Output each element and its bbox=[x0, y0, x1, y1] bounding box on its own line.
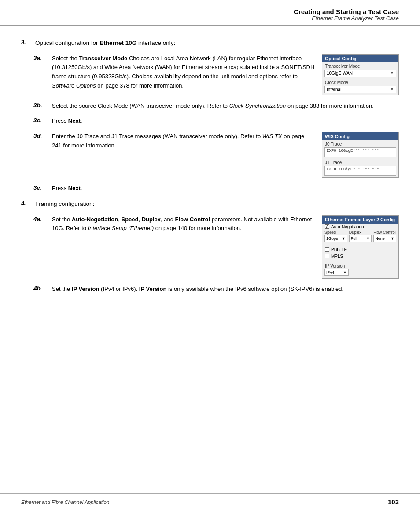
step-3a-number: 3a. bbox=[33, 54, 49, 61]
speed-text: 1Gbps bbox=[326, 236, 338, 241]
step-3c-content: Press Next. bbox=[52, 117, 399, 126]
step-4b-content: Set the IP Version (IPv4 or IPv6). IP Ve… bbox=[52, 285, 399, 294]
page: Creating and Starting a Test Case Ethern… bbox=[0, 0, 420, 510]
step-3-number: 3. bbox=[21, 38, 33, 46]
ip-version-label: IP Version bbox=[322, 262, 398, 269]
flow-control-text: None bbox=[375, 236, 385, 241]
ethernet-layer2-config-title: Ethernet Framed Layer 2 Config bbox=[322, 216, 398, 224]
step-3d-text: Enter the J0 Trace and J1 Trace messages… bbox=[52, 132, 315, 150]
transceiver-mode-value[interactable]: 10GigE WAN ▼ bbox=[324, 70, 396, 77]
pbb-te-label: PBB-TE bbox=[331, 247, 347, 252]
step-4a-number: 4a. bbox=[33, 215, 49, 222]
mpls-row: MPLS bbox=[322, 253, 398, 260]
pbb-te-row: PBB-TE bbox=[322, 246, 398, 253]
step-3b: 3b. Select the source Clock Mode (WAN tr… bbox=[33, 102, 399, 111]
step-3a-content: Select the Transceiver Mode Choices are … bbox=[52, 54, 399, 95]
header-title: Creating and Starting a Test Case bbox=[21, 8, 399, 15]
auto-negotiation-checkbox[interactable]: ✓ bbox=[325, 224, 329, 229]
transceiver-mode-label: Transceiver Mode bbox=[322, 62, 398, 69]
header-subtitle: Ethernet Frame Analyzer Test Case bbox=[21, 15, 399, 22]
step-3b-content: Select the source Clock Mode (WAN transc… bbox=[52, 102, 399, 111]
j0-trace-label: J0 Trace bbox=[322, 140, 398, 147]
step-3e-content: Press Next. bbox=[52, 184, 399, 193]
duplex-label: Duplex bbox=[349, 230, 372, 235]
clock-mode-value[interactable]: Internal ▼ bbox=[324, 86, 396, 93]
flow-dropdown-arrow: ▼ bbox=[391, 236, 394, 241]
step-3e-text: Press Next. bbox=[52, 184, 399, 193]
step-3a: 3a. Select the Transceiver Mode Choices … bbox=[33, 54, 399, 95]
duplex-text: Full bbox=[351, 236, 357, 241]
speed-dropdown-arrow: ▼ bbox=[342, 236, 346, 241]
footer-left-text: Ethernet and Fibre Channel Application bbox=[21, 499, 109, 505]
step-3e: 3e. Press Next. bbox=[33, 184, 399, 193]
step-4-number: 4. bbox=[21, 199, 33, 207]
clock-mode-text: Internal bbox=[327, 87, 341, 92]
page-footer: Ethernet and Fibre Channel Application 1… bbox=[0, 493, 420, 510]
step-3d: 3d. Enter the J0 Trace and J1 Trace mess… bbox=[33, 132, 399, 178]
step-3: 3. Optical configuration for Ethernet 10… bbox=[21, 38, 399, 48]
step-4-substeps: 4a. Set the Auto-Negotiation, Speed, Dup… bbox=[33, 215, 399, 294]
ip-version-value[interactable]: IPv4 ▼ bbox=[324, 269, 349, 276]
step-3d-number: 3d. bbox=[33, 132, 49, 139]
auto-negotiation-label: Auto-Negotiation bbox=[331, 224, 364, 229]
mpls-checkbox[interactable] bbox=[325, 254, 329, 258]
step-3c-number: 3c. bbox=[33, 117, 49, 124]
transceiver-dropdown-arrow: ▼ bbox=[390, 71, 394, 75]
step-3e-number: 3e. bbox=[33, 184, 49, 191]
speed-duplex-flow-row: Speed 1Gbps ▼ Duplex Full ▼ bbox=[322, 230, 398, 244]
step-4a-content: Set the Auto-Negotiation, Speed, Duplex,… bbox=[52, 215, 399, 279]
footer-page-number: 103 bbox=[388, 498, 399, 506]
ip-version-text: IPv4 bbox=[326, 270, 334, 275]
optical-config-title: Optical Config bbox=[322, 55, 398, 62]
step-4b-number: 4b. bbox=[33, 285, 49, 292]
clock-mode-label: Clock Mode bbox=[322, 79, 398, 85]
step-3b-text: Select the source Clock Mode (WAN transc… bbox=[52, 102, 399, 111]
mpls-label: MPLS bbox=[331, 254, 343, 259]
step-3c-text: Press Next. bbox=[52, 117, 399, 126]
pbb-te-checkbox[interactable] bbox=[325, 247, 329, 252]
auto-negotiation-row: ✓ Auto-Negotiation bbox=[322, 224, 398, 230]
clock-dropdown-arrow: ▼ bbox=[390, 87, 394, 92]
duplex-value[interactable]: Full ▼ bbox=[349, 235, 372, 242]
speed-label: Speed bbox=[324, 230, 347, 235]
speed-col: Speed 1Gbps ▼ bbox=[324, 230, 347, 242]
step-4b-text: Set the IP Version (IPv4 or IPv6). IP Ve… bbox=[52, 285, 399, 294]
flow-control-col: Flow Control None ▼ bbox=[373, 230, 396, 242]
step-3-substeps: 3a. Select the Transceiver Mode Choices … bbox=[33, 54, 399, 193]
step-3c: 3c. Press Next. bbox=[33, 117, 399, 126]
step-3d-content: Enter the J0 Trace and J1 Trace messages… bbox=[52, 132, 399, 178]
step-3-text: Optical configuration for Ethernet 10G i… bbox=[35, 38, 175, 48]
step-4a-text: Set the Auto-Negotiation, Speed, Duplex,… bbox=[52, 215, 315, 234]
transceiver-mode-text: 10GigE WAN bbox=[327, 71, 353, 76]
step-4b: 4b. Set the IP Version (IPv4 or IPv6). I… bbox=[33, 285, 399, 294]
j1-trace-label: J1 Trace bbox=[322, 159, 398, 165]
wis-config-box: WIS Config J0 Trace EXFO 10GigE°°° °°° °… bbox=[322, 132, 399, 178]
ip-version-dropdown-arrow: ▼ bbox=[343, 270, 347, 275]
duplex-col: Duplex Full ▼ bbox=[349, 230, 372, 242]
page-content: 3. Optical configuration for Ethernet 10… bbox=[0, 26, 420, 321]
step-4-text: Framing configuration: bbox=[35, 199, 94, 209]
step-3b-number: 3b. bbox=[33, 102, 49, 109]
step-3a-text: Select the Transceiver Mode Choices are … bbox=[52, 54, 315, 91]
speed-value[interactable]: 1Gbps ▼ bbox=[324, 235, 347, 242]
ethernet-layer2-config-box: Ethernet Framed Layer 2 Config ✓ Auto-Ne… bbox=[322, 215, 399, 279]
flow-control-label: Flow Control bbox=[373, 230, 396, 235]
step-4: 4. Framing configuration: bbox=[21, 199, 399, 209]
step-4a: 4a. Set the Auto-Negotiation, Speed, Dup… bbox=[33, 215, 399, 279]
page-header: Creating and Starting a Test Case Ethern… bbox=[0, 0, 420, 26]
j1-trace-value: EXFO 10GigE°°° °°° °°° bbox=[324, 166, 396, 176]
wis-config-title: WIS Config bbox=[322, 132, 398, 140]
duplex-dropdown-arrow: ▼ bbox=[366, 236, 370, 241]
j0-trace-value: EXFO 10GigE°°° °°° °°° bbox=[324, 147, 396, 157]
flow-control-value[interactable]: None ▼ bbox=[373, 235, 396, 242]
optical-config-box: Optical Config Transceiver Mode 10GigE W… bbox=[322, 54, 399, 95]
